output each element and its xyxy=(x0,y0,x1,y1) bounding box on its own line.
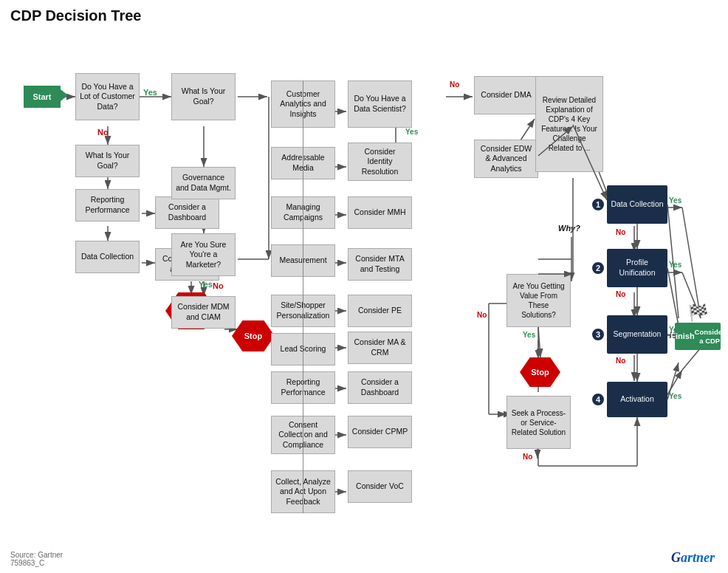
page-title: CDP Decision Tree xyxy=(10,7,718,24)
node-governance: Governance and Data Mgmt. xyxy=(171,167,236,199)
label-yes-pu: Yes xyxy=(669,261,681,269)
label-yes-dc: Yes xyxy=(669,196,681,205)
consider-cdp-label: Consider a CDP xyxy=(695,328,725,346)
node-reporting-perf-left: Reporting Performance xyxy=(75,189,140,222)
label-yes-1: Yes xyxy=(143,88,157,97)
label-yes-act: Yes xyxy=(669,392,681,400)
node-profile-unification: 2 Profile Unification xyxy=(607,249,667,287)
footer: Source: Gartner 759863_C xyxy=(10,551,63,567)
svg-line-43 xyxy=(682,207,701,318)
finish-box: Finish Consider a CDP xyxy=(675,323,721,350)
start-node: Start xyxy=(24,86,61,108)
node-activation: 4 Activation xyxy=(607,382,667,417)
finish-label: Finish xyxy=(670,331,694,341)
label-yes-2: Yes xyxy=(199,280,213,289)
node-main-goal: What Is Your Goal? xyxy=(171,73,236,120)
node-consider-pe: Consider PE xyxy=(348,295,412,327)
label-yes-ds: Yes xyxy=(405,128,418,136)
page: CDP Decision Tree xyxy=(0,0,728,573)
node-getting-value: Are You Getting Value From These Solutio… xyxy=(506,274,571,327)
label-no-1: No xyxy=(97,128,109,137)
node-consider-cpmp: Consider CPMP xyxy=(348,416,412,448)
node-consider-dashboard-left: Consider a Dashboard xyxy=(155,196,219,229)
node-consider-dma: Consider DMA xyxy=(474,76,538,114)
gartner-logo: Gartner xyxy=(671,550,715,566)
node-do-you-have-data: Do You Have a Lot of Customer Data? xyxy=(75,73,140,120)
node-data-collection-left: Data Collection xyxy=(75,241,140,273)
why-text: Why? xyxy=(558,224,580,233)
label-no-val: No xyxy=(477,311,487,319)
node-review-cdp: Review Detailed Explanation of CDP's 4 K… xyxy=(535,76,603,172)
node-data-collection-dark: 1 Data Collection xyxy=(607,185,667,224)
node-data-scientist: Do You Have a Data Scientist? xyxy=(348,80,412,128)
label-no-seek: No xyxy=(523,453,532,461)
node-consider-dashboard-col4: Consider a Dashboard xyxy=(348,371,412,404)
node-identity-resolution: Consider Identity Resolution xyxy=(348,143,412,181)
source-label: Source: Gartner xyxy=(10,551,63,559)
node-segmentation: 3 Segmentation xyxy=(607,315,667,354)
label-no-2: No xyxy=(213,281,224,290)
svg-line-55 xyxy=(538,327,540,357)
label-no-seg: No xyxy=(616,357,625,365)
node-what-is-goal: What Is Your Goal? xyxy=(75,145,140,177)
node-consider-voc: Consider VoC xyxy=(348,470,412,503)
stop-node-2: Stop xyxy=(232,320,275,351)
diagram: Start Do You Have a Lot of Customer Data… xyxy=(10,30,718,547)
node-consider-edw: Consider EDW & Advanced Analytics xyxy=(474,140,538,178)
node-are-you-marketer: Are You Sure You're a Marketer? xyxy=(171,233,236,276)
node-consider-mdm: Consider MDM and CIAM xyxy=(171,296,236,329)
code-label: 759863_C xyxy=(10,559,63,567)
node-consider-mmh: Consider MMH xyxy=(348,196,412,229)
svg-line-46 xyxy=(682,348,701,370)
label-yes-val: Yes xyxy=(523,331,535,339)
node-consider-ma-crm: Consider MA & CRM xyxy=(348,332,412,364)
node-seek-solution: Seek a Process- or Service-Related Solut… xyxy=(506,396,571,449)
label-no-pu: No xyxy=(616,290,625,298)
node-consider-mta: Consider MTA and Testing xyxy=(348,248,412,281)
stop-node-3: Stop xyxy=(520,357,560,387)
label-no-dc: No xyxy=(616,228,625,236)
label-no-ds: No xyxy=(450,80,459,89)
